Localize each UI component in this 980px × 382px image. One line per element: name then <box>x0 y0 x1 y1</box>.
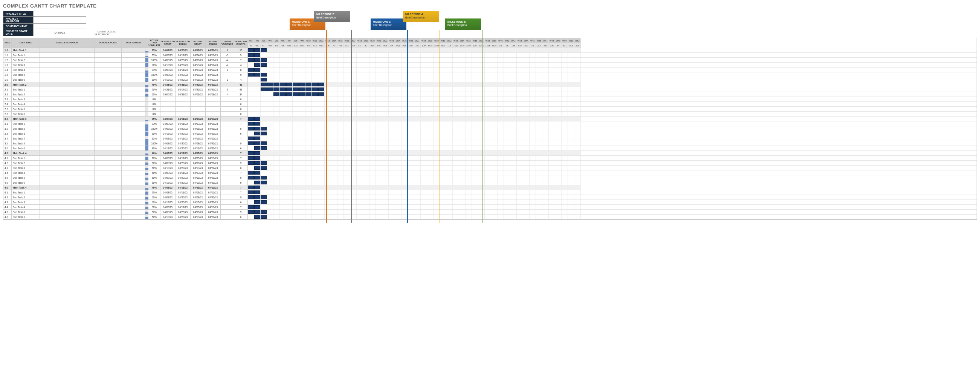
gantt-cell[interactable] <box>530 102 536 106</box>
gantt-cell[interactable] <box>254 131 261 136</box>
cell-pct[interactable]: 90% <box>148 77 161 82</box>
cell-dep[interactable] <box>94 77 122 82</box>
cell-wbs[interactable]: 1.3 <box>3 62 12 67</box>
gantt-cell[interactable] <box>286 136 293 141</box>
gantt-cell[interactable] <box>312 102 318 106</box>
cell-afinish[interactable] <box>206 107 221 111</box>
gantt-cell[interactable] <box>530 190 536 195</box>
gantt-cell[interactable] <box>530 87 536 92</box>
cell-task[interactable]: Sub Task 4 <box>12 136 40 141</box>
gantt-cell[interactable] <box>504 210 510 214</box>
cell-sfinish[interactable]: 04/20/23 <box>175 166 191 170</box>
gantt-cell[interactable] <box>344 141 350 145</box>
gantt-cell[interactable] <box>267 121 274 126</box>
cell-owner[interactable] <box>122 87 145 92</box>
gantt-cell[interactable] <box>510 112 517 116</box>
gantt-cell[interactable] <box>536 48 542 53</box>
gantt-cell[interactable] <box>466 92 472 96</box>
cell-sfinish[interactable]: 04/20/23 <box>175 58 191 62</box>
gantt-cell[interactable] <box>376 126 382 131</box>
gantt-cell[interactable] <box>331 82 337 87</box>
gantt-cell[interactable] <box>562 136 568 141</box>
gantt-cell[interactable] <box>459 72 466 77</box>
gantt-cell[interactable] <box>485 121 491 126</box>
gantt-cell[interactable] <box>549 131 555 136</box>
gantt-cell[interactable] <box>382 161 389 165</box>
gantt-cell[interactable] <box>574 82 581 87</box>
gantt-cell[interactable] <box>491 92 498 96</box>
cell-task[interactable]: Main Task 2 <box>12 82 40 87</box>
gantt-cell[interactable] <box>466 146 472 150</box>
cell-pct[interactable]: 50% <box>148 175 161 180</box>
gantt-cell[interactable] <box>421 210 427 214</box>
gantt-cell[interactable] <box>357 117 363 121</box>
gantt-cell[interactable] <box>414 195 421 200</box>
gantt-cell[interactable] <box>389 141 395 145</box>
gantt-cell[interactable] <box>293 156 299 160</box>
gantt-cell[interactable] <box>286 171 293 175</box>
gantt-cell[interactable] <box>318 156 325 160</box>
gantt-cell[interactable] <box>414 102 421 106</box>
gantt-cell[interactable] <box>369 82 376 87</box>
gantt-bar[interactable] <box>312 88 318 91</box>
gantt-cell[interactable] <box>510 171 517 175</box>
gantt-cell[interactable] <box>542 151 549 155</box>
cell-sstart[interactable]: 04/03/23 <box>161 190 175 195</box>
cell-afinish[interactable]: 04/20/23 <box>206 210 221 214</box>
gantt-cell[interactable] <box>459 102 466 106</box>
gantt-cell[interactable] <box>254 156 261 160</box>
gantt-cell[interactable] <box>280 112 286 116</box>
gantt-cell[interactable] <box>357 161 363 165</box>
sub-task-row[interactable]: 4.6Sub Task 650%04/13/2304/20/2304/13/23… <box>3 214 248 219</box>
gantt-cell[interactable] <box>389 62 395 67</box>
gantt-cell[interactable] <box>286 151 293 155</box>
cell-dur[interactable]: 0 <box>234 97 248 101</box>
gantt-cell[interactable] <box>376 151 382 155</box>
gantt-cell[interactable] <box>357 72 363 77</box>
gantt-bar[interactable] <box>248 210 254 214</box>
gantt-cell[interactable] <box>549 67 555 72</box>
gantt-cell[interactable] <box>254 67 261 72</box>
gantt-cell[interactable] <box>498 97 504 101</box>
gantt-cell[interactable] <box>408 151 414 155</box>
gantt-cell[interactable] <box>382 131 389 136</box>
gantt-cell[interactable] <box>459 214 466 219</box>
cell-astart[interactable]: 04/13/23 <box>191 180 206 185</box>
gantt-cell[interactable] <box>523 102 530 106</box>
gantt-bar[interactable] <box>261 176 267 179</box>
gantt-cell[interactable] <box>305 126 312 131</box>
gantt-cell[interactable] <box>267 200 274 205</box>
cell-owner[interactable] <box>122 136 145 141</box>
gantt-cell[interactable] <box>523 112 530 116</box>
cell-pct[interactable]: 33% <box>148 67 161 72</box>
gantt-cell[interactable] <box>293 62 299 67</box>
gantt-cell[interactable] <box>421 117 427 121</box>
gantt-cell[interactable] <box>555 171 562 175</box>
gantt-cell[interactable] <box>504 146 510 150</box>
gantt-cell[interactable] <box>517 185 523 190</box>
gantt-cell[interactable] <box>440 121 446 126</box>
cell-sfinish[interactable]: 04/20/23 <box>175 210 191 214</box>
gantt-bar[interactable] <box>254 190 260 194</box>
gantt-cell[interactable] <box>408 82 414 87</box>
gantt-cell[interactable] <box>344 102 350 106</box>
gantt-cell[interactable] <box>363 131 369 136</box>
gantt-cell[interactable] <box>453 107 459 111</box>
gantt-cell[interactable] <box>325 210 331 214</box>
gantt-cell[interactable] <box>414 67 421 72</box>
gantt-cell[interactable] <box>408 77 414 82</box>
gantt-cell[interactable] <box>549 175 555 180</box>
gantt-cell[interactable] <box>421 112 427 116</box>
gantt-cell[interactable] <box>325 161 331 165</box>
gantt-cell[interactable] <box>293 205 299 209</box>
cell-owner[interactable] <box>122 48 145 53</box>
gantt-cell[interactable] <box>491 166 498 170</box>
gantt-cell[interactable] <box>389 161 395 165</box>
gantt-cell[interactable] <box>248 180 254 185</box>
cell-pct[interactable]: 100% <box>148 141 161 145</box>
gantt-cell[interactable] <box>453 205 459 209</box>
gantt-cell[interactable] <box>433 200 440 205</box>
gantt-cell[interactable] <box>466 195 472 200</box>
gantt-cell[interactable] <box>408 136 414 141</box>
gantt-cell[interactable] <box>357 156 363 160</box>
